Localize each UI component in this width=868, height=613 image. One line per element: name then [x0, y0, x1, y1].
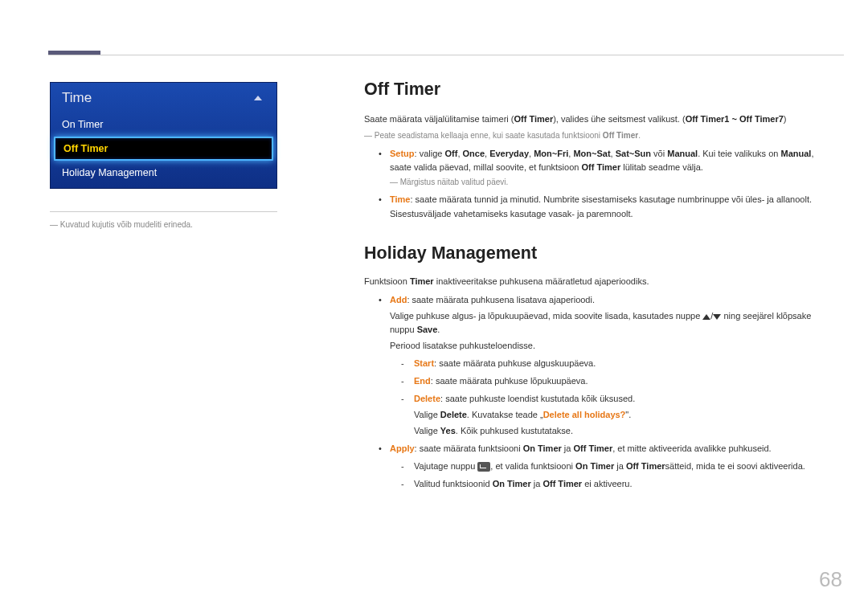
sub-start: Start: saate määrata puhkuse alguskuupäe…: [401, 357, 836, 370]
caption-prefix: ―: [50, 220, 58, 229]
triangle-down-icon: [713, 314, 721, 320]
left-column: Time On Timer Off Timer Holiday Manageme…: [50, 82, 279, 229]
off-timer-note: ― Peate seadistama kellaaja enne, kui sa…: [364, 129, 836, 142]
bullet-time: Time: saate määrata tunnid ja minutid. N…: [379, 193, 836, 220]
left-caption: ― Kuvatud kujutis võib mudeliti erineda.: [50, 220, 279, 229]
heading-holiday-management: Holiday Management: [364, 240, 836, 267]
add-line2: Valige puhkuse algus- ja lõpukuupäevad, …: [390, 309, 836, 337]
add-sublist: Start: saate määrata puhkuse alguskuupäe…: [390, 357, 836, 438]
enter-key-icon: [477, 462, 490, 472]
off-timer-intro: Saate määrata väljalülitamise taimeri (O…: [364, 112, 836, 126]
apply-sub1: Vajutage nuppu , et valida funktsiooni O…: [401, 460, 836, 473]
holiday-bullets: Add: saate määrata puhkusena lisatava aj…: [364, 293, 836, 492]
apply-sub2: Valitud funktsioonid On Timer ja Off Tim…: [401, 477, 836, 491]
delete-line3: Valige Yes. Kõik puhkused kustutatakse.: [414, 424, 836, 438]
menu-item-holiday-management[interactable]: Holiday Management: [51, 161, 276, 188]
time-menu-panel: Time On Timer Off Timer Holiday Manageme…: [50, 82, 277, 189]
chevron-up-icon[interactable]: [254, 96, 262, 100]
heading-off-timer: Off Timer: [364, 76, 836, 103]
off-timer-bullets: Setup: valige Off, Once, Everyday, Mon~F…: [364, 147, 836, 220]
menu-item-off-timer[interactable]: Off Timer: [54, 137, 273, 161]
menu-title-row: Time: [51, 83, 276, 112]
menu-title: Time: [62, 90, 92, 106]
apply-sublist: Vajutage nuppu , et valida funktsiooni O…: [390, 460, 836, 491]
sub-end: End: saate määrata puhkuse lõpukuupäeva.: [401, 374, 836, 388]
sub-delete: Delete: saate puhkuste loendist kustutad…: [401, 392, 836, 438]
caption-text: Kuvatud kujutis võib mudeliti erineda.: [60, 220, 193, 229]
holiday-intro: Funktsioon Timer inaktiveeritakse puhkus…: [364, 275, 836, 288]
bullet-setup: Setup: valige Off, Once, Everyday, Mon~F…: [379, 147, 836, 189]
page-number: 68: [819, 567, 842, 592]
bullet-apply: Apply: saate määrata funktsiooni On Time…: [379, 442, 836, 491]
bullet-add: Add: saate määrata puhkusena lisatava aj…: [379, 293, 836, 438]
left-divider: [50, 211, 277, 212]
header-rule: [48, 55, 844, 55]
triangle-up-icon: [702, 314, 710, 320]
main-content: Off Timer Saate määrata väljalülitamise …: [364, 76, 836, 495]
delete-line2: Valige Delete. Kuvatakse teade „Delete a…: [414, 408, 836, 422]
add-line3: Periood lisatakse puhkusteloendisse.: [390, 339, 836, 353]
menu-item-on-timer[interactable]: On Timer: [51, 112, 276, 137]
setup-sub-note: ― Märgistus näitab valitud päevi.: [390, 176, 836, 189]
